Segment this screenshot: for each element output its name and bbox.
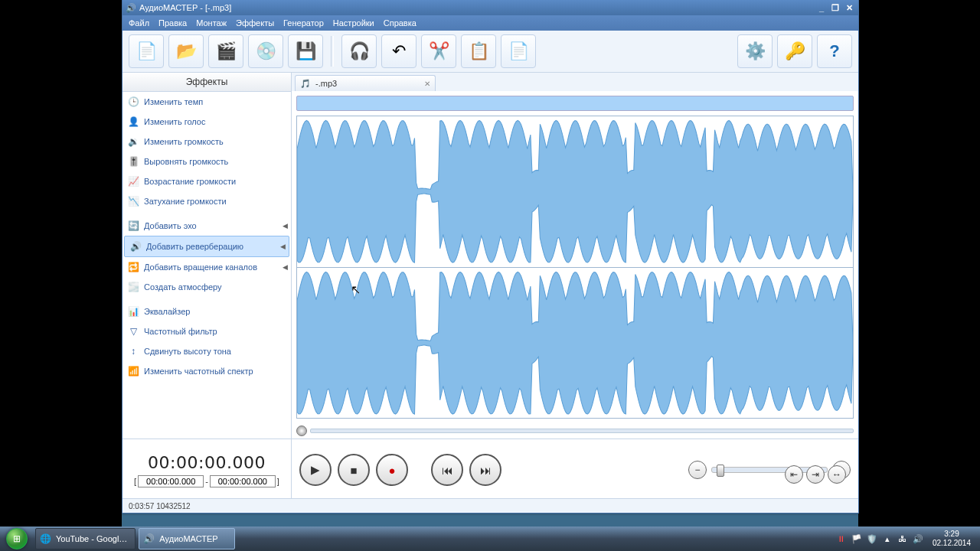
zoom-out-button[interactable]: − [688,461,707,479]
file-tab[interactable]: 🎵 -.mp3 ✕ [295,75,436,91]
effect-icon: 🔊 [129,240,142,253]
transport-controls: ▶ ■ ● ⏮ ⏭ − + [292,439,858,500]
menu-montage[interactable]: Монтаж [196,18,227,28]
system-tray: ⏸ 🏳️ 🛡️ ▴ 🖧 🔊 3:29 02.12.2014 [831,530,980,548]
maximize-button[interactable]: ❐ [829,2,841,13]
effect-item[interactable]: ↕Сдвинуть высоту тона [122,341,291,361]
skip-start-button[interactable]: ⏮ [431,454,463,486]
help-button[interactable]: ? [817,34,852,68]
effect-item[interactable]: 📶Изменить частотный спектр [122,361,291,381]
effect-icon: ↕ [127,345,139,357]
taskbar-audiomaster[interactable]: 🔊 АудиоМАСТЕР [139,528,235,549]
close-button[interactable]: ✕ [843,2,855,13]
tray-volume-icon[interactable]: 🔊 [913,533,923,544]
effect-icon: 🎚️ [127,155,139,168]
selection-range: [ - ] [134,475,279,487]
tray-record-icon[interactable]: ⏸ [836,533,847,544]
scrub-bar[interactable] [296,423,854,439]
waveform-area[interactable] [296,116,854,419]
paste-button[interactable]: 📄 [501,34,536,68]
taskbar-clock[interactable]: 3:29 02.12.2014 [928,530,975,548]
titlebar[interactable]: 🔊 АудиоМАСТЕР - [-.mp3] _ ❐ ✕ [122,0,858,15]
submenu-arrow-icon: ◀ [280,243,286,250]
extract-video-button[interactable]: 🎬 [208,34,243,68]
effect-label: Изменить темп [144,97,203,106]
stop-button[interactable]: ■ [338,454,370,486]
chrome-icon: 🌐 [39,533,51,545]
fit-button[interactable]: ↔ [828,465,846,484]
copy-button[interactable]: 📋 [461,34,496,68]
waveform-channel-right[interactable] [297,267,853,419]
taskbar: ⊞ 🌐 YouTube - Googl… 🔊 АудиоМАСТЕР ⏸ 🏳️ … [0,527,980,551]
go-start-button[interactable]: ⇤ [785,465,803,484]
tray-flag-icon[interactable]: 🏳️ [851,533,862,544]
effect-item[interactable]: 🕒Изменить темп [122,92,291,112]
taskbar-chrome[interactable]: 🌐 YouTube - Googl… [35,528,136,549]
status-text: 0:03:57 10432512 [129,502,191,510]
effect-icon: 🔁 [127,261,139,273]
effect-item[interactable]: 🔉Изменить громкость [122,132,291,152]
effect-icon: 🕒 [127,96,139,108]
menu-effects[interactable]: Эффекты [236,18,274,28]
open-button[interactable]: 📂 [168,34,204,68]
scrub-knob[interactable] [296,425,307,436]
window-title: АудиоМАСТЕР - [-.mp3] [139,3,814,12]
cut-button[interactable]: ✂️ [421,34,456,68]
waveform-channel-left[interactable] [297,116,853,267]
tray-shield-icon[interactable]: 🛡️ [867,533,877,544]
tray-chevron-icon[interactable]: ▴ [882,533,893,544]
effect-item[interactable]: ▽Частотный фильтр [122,321,291,341]
effect-icon: ▽ [127,325,139,337]
menu-generator[interactable]: Генератор [283,18,324,28]
effect-item[interactable]: 🔊Добавить реверберацию◀ [124,236,289,257]
skip-end-button[interactable]: ⏭ [469,454,501,486]
play-button[interactable]: ▶ [299,454,332,486]
menu-settings[interactable]: Настройки [333,18,374,28]
preview-button[interactable]: 🎧 [341,34,377,68]
audiomaster-icon: 🔊 [142,533,155,545]
menu-edit[interactable]: Правка [158,18,187,28]
effect-item[interactable]: 🌫️Создать атмосферу [122,277,291,297]
overview-bar[interactable] [296,96,854,111]
effect-icon: 🌫️ [127,281,139,293]
effect-item[interactable]: 🔁Добавить вращение каналов◀ [122,257,291,277]
zoom-thumb[interactable] [717,465,724,477]
minimize-button[interactable]: _ [815,2,828,13]
file-tab-label: -.mp3 [315,79,337,88]
toolbar: 📄 📂 🎬 💿 💾 🎧 ↶ ✂️ 📋 📄 ⚙️ 🔑 ? [122,31,858,73]
footer: 00:00:00.000 [ - ] ▶ ■ ● ⏮ ⏭ − + [122,439,858,500]
go-end-button[interactable]: ⇥ [806,465,825,484]
effect-icon: 👤 [127,116,139,128]
menu-help[interactable]: Справка [384,18,416,28]
effect-icon: 🔄 [127,220,139,232]
settings-button[interactable]: ⚙️ [737,34,773,68]
save-button[interactable]: 💾 [288,34,323,68]
effect-item[interactable]: 🎚️Выровнять громкость [122,152,291,171]
effect-icon: 🔉 [127,135,139,148]
effect-item[interactable]: 📉Затухание громкости [122,191,291,211]
menu-bar: Файл Правка Монтаж Эффекты Генератор Нас… [122,15,858,31]
menu-file[interactable]: Файл [129,18,149,28]
effect-label: Изменить громкость [144,137,224,146]
selection-end-input[interactable] [210,475,276,487]
effects-panel: Эффекты 🕒Изменить темп👤Изменить голос🔉Из… [122,73,292,439]
extract-cd-button[interactable]: 💿 [248,34,283,68]
effect-item[interactable]: 📊Эквалайзер [122,302,291,321]
tray-network-icon[interactable]: 🖧 [897,533,908,544]
effect-label: Частотный фильтр [144,327,217,336]
audio-file-icon: 🎵 [300,79,311,89]
effect-item[interactable]: 👤Изменить голос [122,112,291,132]
undo-button[interactable]: ↶ [381,34,416,68]
close-tab-icon[interactable]: ✕ [424,80,430,88]
selection-start-input[interactable] [138,475,204,487]
main-area: 🎵 -.mp3 ✕ [292,73,858,439]
license-button[interactable]: 🔑 [777,34,812,68]
start-button[interactable]: ⊞ [0,527,34,551]
new-button[interactable]: 📄 [129,34,164,68]
effect-item[interactable]: 📈Возрастание громкости [122,171,291,191]
effect-label: Возрастание громкости [144,177,236,186]
effect-icon: 📈 [127,175,139,187]
submenu-arrow-icon: ◀ [283,263,288,271]
record-button[interactable]: ● [376,454,408,486]
effect-item[interactable]: 🔄Добавить эхо◀ [122,216,291,236]
